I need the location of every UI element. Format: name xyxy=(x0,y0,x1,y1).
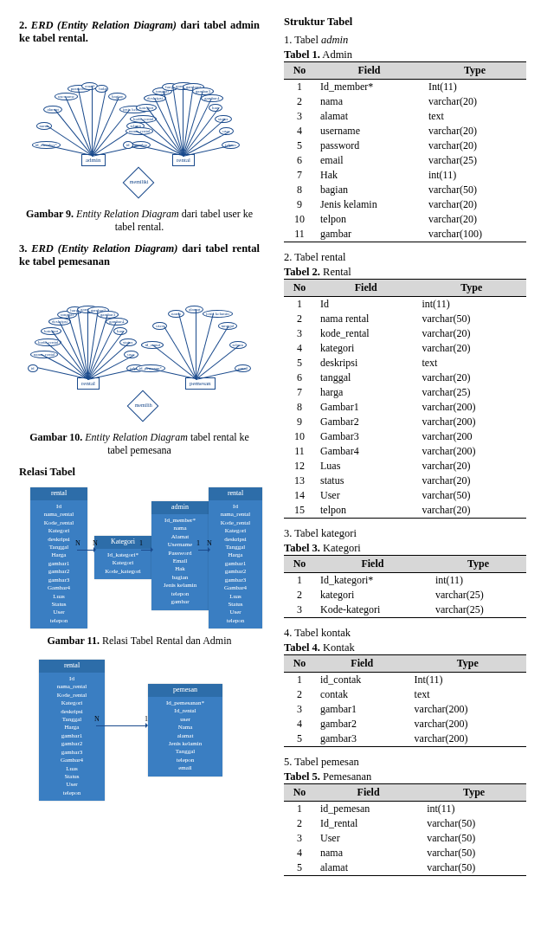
table-cell: 15 xyxy=(284,503,315,519)
relation-table-field: nama_rental xyxy=(35,511,82,519)
table-cell: 1 xyxy=(284,573,315,589)
table-cell: harga xyxy=(315,385,416,400)
table-cell: varchar(50) xyxy=(422,846,526,860)
table-cell: gambar xyxy=(315,227,423,242)
table-row: 8bagianvarchar(50) xyxy=(284,183,526,197)
table-cell: varchar(50) xyxy=(422,816,526,831)
table-header-cell: Type xyxy=(423,62,526,80)
table-cell: 3 xyxy=(284,702,315,717)
section-2-italic: ERD (Entity Relation Diagram) xyxy=(31,19,177,31)
relation-table-field: gambar2 xyxy=(44,740,100,748)
table-cell: 4 xyxy=(284,124,315,139)
relation-arrow xyxy=(198,550,209,551)
table-cell: 2 xyxy=(284,94,315,109)
table-header-cell: No xyxy=(284,655,315,673)
tables-container: 1. Tabel adminTabel 1. AdminNoFieldType1… xyxy=(284,34,526,876)
table-cell: varchar(100) xyxy=(423,227,526,242)
table-cell: Jenis kelamin xyxy=(315,197,423,212)
erd-rental-pemesan-figure: rentalpemesanmemilihidnama_rentalkode_re… xyxy=(31,274,248,429)
section-2-number: 2. xyxy=(19,19,27,31)
table-cell: 2 xyxy=(284,687,315,702)
relation-table-field: deskripsi xyxy=(44,708,100,716)
table-cell: Id_kategori* xyxy=(315,573,430,589)
relation-table-field: telepon xyxy=(35,617,82,625)
relation-table-header: rental xyxy=(209,487,262,500)
figure-10-bold: Gambar 10. xyxy=(29,431,82,443)
table-header-cell: Field xyxy=(315,62,423,80)
table-cell: Kode-kategori xyxy=(315,603,430,618)
table-cell: 10 xyxy=(284,429,315,444)
table-cell: Id_member* xyxy=(315,80,423,95)
table-cell: Int(11) xyxy=(409,673,526,688)
table-cell: id_contak xyxy=(315,673,409,688)
db-table: NoFieldType1Id_kategori*int(11)2kategori… xyxy=(284,555,526,618)
table-cell: 2 xyxy=(284,588,315,603)
figure-10-caption: Gambar 10. Entity Relation Diagram tabel… xyxy=(19,431,260,457)
relation-table-field: Luas xyxy=(214,593,257,601)
table-cell: 7 xyxy=(284,385,315,400)
figure-11-rest: Relasi Tabel Rental dan Admin xyxy=(100,635,232,647)
cardinality-n: 1 xyxy=(196,539,200,547)
table-title-bold: Tabel 3. xyxy=(284,542,320,554)
section-3-title: ERD (Entity Relation Diagram) dari tabel… xyxy=(19,242,260,267)
table-row: 3alamattext xyxy=(284,109,526,124)
table-cell: varchar(20) xyxy=(423,197,526,212)
table-cell: varchar(50) xyxy=(423,183,526,197)
erd-relationship-diamond: memiliki xyxy=(122,167,154,199)
table-header-cell: Type xyxy=(422,784,526,802)
table-cell: varchar(20) xyxy=(416,474,526,488)
table-cell: password xyxy=(315,139,423,153)
relation-table-field: gambar xyxy=(157,598,203,606)
table-cell: nama rental xyxy=(315,312,416,326)
table-header-row: NoFieldType xyxy=(284,556,526,573)
table-cell: varchar(25) xyxy=(416,385,526,400)
relation-table-field: Status xyxy=(44,773,100,781)
table-cell: varchar(25) xyxy=(430,603,526,618)
relation-table-field: bagian xyxy=(157,574,203,582)
table-cell: 2 xyxy=(284,816,315,831)
relation-table-field: Kategori xyxy=(214,527,257,535)
table-row: 2Id_rentalvarchar(50) xyxy=(284,816,526,831)
table-cell: text xyxy=(416,356,526,371)
table-row: 15telponvarchar(20) xyxy=(284,503,526,519)
table-header-row: NoFieldType xyxy=(284,784,526,802)
table-cell: 14 xyxy=(284,488,315,503)
db-table: NoFieldType1id_contakInt(11)2contaktext3… xyxy=(284,654,526,747)
relation-table-field: Email xyxy=(157,557,203,565)
table-cell: telpon xyxy=(315,212,423,227)
table-cell: varchar(20) xyxy=(416,459,526,474)
table-cell: contak xyxy=(315,687,409,702)
table-cell: varchar(50) xyxy=(422,831,526,846)
table-cell: 1 xyxy=(284,80,315,95)
table-cell: Hak xyxy=(315,168,423,183)
relation-table-field: Tanggal xyxy=(44,716,100,724)
table-cell: varchar(200) xyxy=(409,717,526,731)
table-cell: gambar3 xyxy=(315,731,409,747)
table-cell: varchar(200 xyxy=(416,429,526,444)
table-cell: User xyxy=(315,488,416,503)
relation-table-header: rental xyxy=(39,660,105,673)
relation-table-box: rentalIdnama_rentalKode_rentalKategoride… xyxy=(30,487,87,628)
relation-table-header: pemesan xyxy=(148,684,222,697)
table-cell: deskripsi xyxy=(315,356,416,371)
relation-table-field: Id_member* xyxy=(157,517,203,525)
relation-table-field: gambar2 xyxy=(35,568,82,576)
table-cell: 8 xyxy=(284,183,315,197)
figure-9-italic: Entity Relation Diagram xyxy=(74,208,179,220)
relation-table-field: Harga xyxy=(44,724,100,731)
relation-table-field: nama_rental xyxy=(214,511,257,519)
table-cell: bagian xyxy=(315,183,423,197)
table-cell: username xyxy=(315,124,423,139)
table-cell: text xyxy=(423,109,526,124)
table-list-italic: admin xyxy=(321,34,348,46)
relation-table-field: Gambar4 xyxy=(35,584,82,592)
relation-table-field: Kategori xyxy=(35,527,82,535)
table-cell: int(11) xyxy=(422,802,526,817)
relation-table-field: email xyxy=(153,764,217,772)
table-list-number: 5. Tabel pemesan xyxy=(284,756,359,768)
table-cell: 11 xyxy=(284,227,315,242)
table-title-rest: Pemesanan xyxy=(320,770,371,783)
relation-table-field: telepon xyxy=(214,617,257,625)
relation-table-box: KategoriId_kategori*KategoriKode_kategor… xyxy=(94,536,151,579)
table-header-row: NoFieldType xyxy=(284,62,526,80)
